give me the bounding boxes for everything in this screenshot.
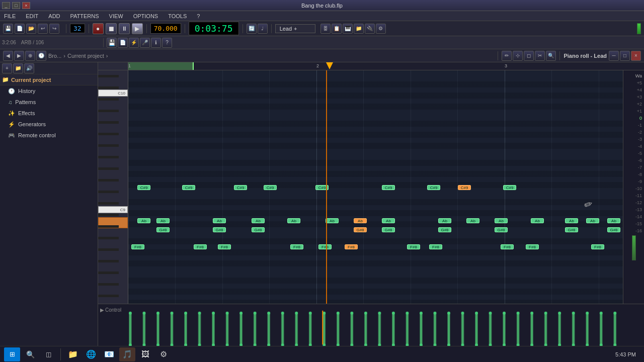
- note-ab8-10[interactable]: Ab: [466, 218, 479, 223]
- note-fs8-5[interactable]: F#8: [318, 244, 332, 249]
- mixer-button[interactable]: 🎛: [320, 24, 331, 34]
- sidebar-item-effects[interactable]: ✨ Effects: [0, 108, 98, 119]
- note-ab8-9[interactable]: Ab: [438, 218, 451, 223]
- taskbar-photos[interactable]: 🖼: [137, 347, 153, 361]
- sidebar-add-btn[interactable]: +: [2, 63, 12, 73]
- note-fs8-2[interactable]: F#8: [194, 244, 207, 249]
- note-gs8-1[interactable]: G#8: [156, 227, 170, 232]
- help-btn[interactable]: ?: [162, 38, 172, 48]
- draw-tool[interactable]: ✏: [502, 51, 512, 61]
- note-ab8-4[interactable]: Ab: [252, 218, 265, 223]
- taskbar-explorer[interactable]: 📁: [65, 347, 81, 361]
- taskbar-mail[interactable]: 📧: [101, 347, 117, 361]
- next-btn[interactable]: ▶: [14, 51, 24, 61]
- plugin-button[interactable]: 🔌: [365, 24, 375, 34]
- sidebar-item-patterns[interactable]: ♫ Patterns: [0, 97, 98, 108]
- note-ab8-1[interactable]: Ab: [137, 218, 150, 223]
- minimize-button[interactable]: _: [2, 2, 10, 9]
- note-fs8-7[interactable]: F#8: [407, 244, 420, 249]
- taskbar-chrome[interactable]: 🌐: [83, 347, 99, 361]
- settings-button[interactable]: ⚙: [376, 24, 386, 34]
- play-button[interactable]: ▶: [132, 23, 143, 34]
- note-ab8-8[interactable]: Ab: [382, 218, 395, 223]
- note-fs8-9[interactable]: F#8: [501, 244, 514, 249]
- note-cs9-9[interactable]: C#9: [503, 185, 516, 190]
- note-ab8-11[interactable]: Ab: [495, 218, 508, 223]
- minimize-pr[interactable]: ─: [609, 51, 619, 61]
- roll-grid[interactable]: C#9 C#9 C#9 C#9 C#9 C#9 C#9 C#9 C#9 Ab A…: [128, 70, 623, 304]
- stop-button[interactable]: ⏹: [106, 23, 117, 34]
- control-arrow[interactable]: ▶: [100, 307, 104, 313]
- zoom-tool[interactable]: 🔍: [546, 51, 556, 61]
- sidebar-item-generators[interactable]: ⚡ Generators: [0, 119, 98, 130]
- prev-btn[interactable]: ◀: [3, 51, 13, 61]
- rec-btn[interactable]: 🎤: [140, 38, 150, 48]
- maximize-pr[interactable]: □: [620, 51, 630, 61]
- save-button[interactable]: 💾: [3, 24, 13, 34]
- note-fs8-8[interactable]: F#8: [429, 244, 442, 249]
- clock-btn[interactable]: 🕐: [36, 51, 46, 61]
- note-gs8-7[interactable]: G#8: [495, 227, 508, 232]
- menu-edit[interactable]: EDIT: [24, 13, 40, 19]
- search-button[interactable]: 🔍: [22, 347, 38, 361]
- note-cs9-2[interactable]: C#9: [182, 185, 195, 190]
- menu-add[interactable]: ADD: [46, 13, 62, 19]
- note-ab8-5[interactable]: Ab: [287, 218, 300, 223]
- breadcrumb-bro[interactable]: Bro...: [48, 53, 61, 59]
- note-cs9-8-active[interactable]: C#9: [458, 185, 471, 190]
- note-ab8-13[interactable]: Ab: [565, 218, 578, 223]
- start-button[interactable]: ⊞: [4, 347, 20, 361]
- record-button[interactable]: ●: [93, 23, 104, 34]
- bpm-display[interactable]: 70.000: [150, 23, 181, 34]
- note-ab8-7-active[interactable]: Ab: [354, 218, 367, 223]
- breadcrumb-current[interactable]: Current project: [67, 53, 104, 59]
- channel-add-icon[interactable]: +: [294, 26, 297, 32]
- note-ab8-12[interactable]: Ab: [531, 218, 544, 223]
- note-gs8-5[interactable]: G#8: [382, 227, 395, 232]
- note-cs9-4[interactable]: C#9: [264, 185, 277, 190]
- note-gs8-9[interactable]: G#8: [607, 227, 620, 232]
- browser-nav-btn[interactable]: ⊕: [25, 51, 35, 61]
- redo-button[interactable]: ↪: [49, 24, 59, 34]
- note-cs9-1[interactable]: C#9: [137, 185, 150, 190]
- taskbar-settings[interactable]: ⚙: [155, 347, 172, 361]
- note-fs8-10[interactable]: F#8: [526, 244, 539, 249]
- note-cs9-3[interactable]: C#9: [234, 185, 247, 190]
- cut-tool[interactable]: ✂: [535, 51, 545, 61]
- note-ab8-14[interactable]: Ab: [586, 218, 599, 223]
- sidebar-folder-btn[interactable]: 📁: [13, 63, 23, 73]
- note-gs8-6[interactable]: G#8: [438, 227, 451, 232]
- note-fs8-6-active[interactable]: F#8: [345, 244, 358, 249]
- note-ab8-6[interactable]: Ab: [326, 218, 339, 223]
- taskview-button[interactable]: ◫: [40, 347, 56, 361]
- menu-patterns[interactable]: PATTERNS: [68, 13, 101, 19]
- menu-options[interactable]: OPTIONS: [131, 13, 160, 19]
- master-volume-bar[interactable]: [632, 235, 636, 260]
- playlist-button[interactable]: 📋: [332, 24, 342, 34]
- sidebar-item-history[interactable]: 🕐 History: [0, 85, 98, 97]
- close-button[interactable]: ×: [22, 2, 30, 9]
- note-ab8-2[interactable]: Ab: [156, 218, 170, 223]
- menu-file[interactable]: FILE: [2, 13, 18, 19]
- note-gs8-3[interactable]: G#8: [252, 227, 265, 232]
- note-fs8-11[interactable]: F#8: [591, 244, 604, 249]
- sidebar-audio-btn[interactable]: 🔊: [24, 63, 34, 73]
- menu-tools[interactable]: TOOLS: [166, 13, 189, 19]
- close-pr[interactable]: ×: [631, 51, 641, 61]
- piano-roll-btn[interactable]: 🎹: [343, 24, 353, 34]
- sidebar-current-project[interactable]: 📁 Current project: [0, 74, 98, 85]
- undo-button[interactable]: ↩: [38, 24, 48, 34]
- open-button[interactable]: 📂: [26, 24, 36, 34]
- info-btn[interactable]: ℹ: [151, 38, 161, 48]
- note-gs8-4-active[interactable]: G#8: [354, 227, 367, 232]
- maximize-button[interactable]: □: [12, 2, 20, 9]
- menu-help[interactable]: ?: [195, 13, 202, 19]
- metronome-button[interactable]: ♩: [258, 24, 268, 34]
- note-ab8-3[interactable]: Ab: [213, 218, 226, 223]
- loop-button[interactable]: 🔄: [247, 24, 257, 34]
- sidebar-item-remote[interactable]: 🎮 Remote control: [0, 130, 98, 141]
- master-volume[interactable]: [637, 23, 641, 34]
- erase-tool[interactable]: ◻: [524, 51, 534, 61]
- note-fs8-1[interactable]: F#8: [131, 244, 144, 249]
- browser-button[interactable]: 📁: [354, 24, 364, 34]
